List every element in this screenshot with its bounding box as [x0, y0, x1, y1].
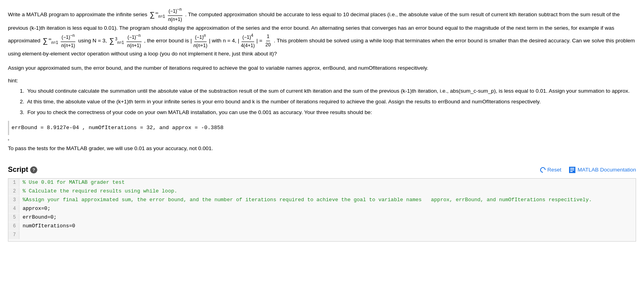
matlab-documentation-button[interactable]: MATLAB Documentation: [569, 167, 636, 173]
sum-approx-formula: ∑∞n=1 (−1)−n n(n+1): [42, 38, 79, 44]
code-line-1: 1 % Use 0.01 for MATLAB grader test: [8, 179, 636, 187]
line-content-4: approx=0;: [19, 205, 50, 213]
script-title: Script: [8, 164, 28, 175]
abs-term-formula: | (−1)n n(n+1) |: [190, 38, 212, 44]
line-num-1: 1: [8, 179, 19, 187]
line-content-3: %Assign your final approximated sum, the…: [19, 196, 592, 204]
reset-button[interactable]: Reset: [540, 167, 561, 173]
reset-label: Reset: [547, 167, 561, 173]
code-line-6: 6 numOfIterations=0: [8, 222, 636, 231]
hint-item-3: 3. For you to check the correctness of y…: [20, 109, 636, 117]
fraction-result: 1 20: [264, 38, 274, 44]
code-line-4: 4 approx=0;: [8, 205, 636, 213]
line-content-1: % Use 0.01 for MATLAB grader test: [19, 179, 125, 187]
svg-rect-1: [570, 168, 574, 169]
intro-text: Write a MATLAB program to approximate th…: [8, 11, 147, 17]
line-num-6: 6: [8, 222, 19, 230]
problem-description: Write a MATLAB program to approximate th…: [8, 6, 636, 59]
line-num-7: 7: [8, 231, 19, 239]
svg-rect-2: [570, 170, 574, 170]
hint-label: hint:: [8, 77, 636, 85]
script-actions: Reset MATLAB Documentation: [540, 167, 636, 173]
hint-item-1: 1. You should continute calculate the su…: [20, 87, 636, 95]
abs-val-result: | (−1)4 4(4+1) |: [238, 38, 259, 44]
line-num-3: 3: [8, 196, 19, 204]
help-icon[interactable]: ?: [30, 166, 37, 173]
line-num-5: 5: [8, 213, 19, 221]
line-num-2: 2: [8, 187, 19, 195]
assign-text: Assign your approximated sum, the error …: [8, 64, 636, 72]
line-content-2: % Calculate the required results using w…: [19, 187, 177, 196]
svg-rect-3: [570, 171, 573, 172]
cursor-line: [8, 139, 636, 141]
with-n4-text: with n = 4,: [212, 38, 238, 44]
code-editor[interactable]: 1 % Use 0.01 for MATLAB grader test 2 % …: [8, 178, 636, 242]
script-header: Script ? Reset MATLAB Documentation: [8, 164, 636, 175]
code-line-5: 5 errBound=0;: [8, 213, 636, 222]
results-block: errBound = 8.9127e-04 , numOfIterations …: [8, 121, 636, 135]
line-content-6: numOfIterations=0: [19, 222, 75, 231]
using-n3: using N = 3,: [78, 38, 108, 44]
series-formula: ∑∞n=1 (−1)−n n(n+1): [149, 11, 185, 17]
doc-icon: [569, 167, 575, 173]
reset-icon: [539, 166, 547, 174]
partial-sum-formula: ∑3n=1 (−1)−n n(n+1): [108, 38, 144, 44]
equals-text: =: [259, 38, 264, 44]
line-content-5: errBound=0;: [19, 213, 57, 222]
code-line-3: 3 %Assign your final approximated sum, t…: [8, 196, 636, 205]
script-title-group: Script ?: [8, 164, 37, 175]
line-num-4: 4: [8, 205, 19, 213]
hint-list: 1. You should continute calculate the su…: [8, 87, 636, 117]
script-section: Script ? Reset MATLAB Documentation 1 %: [8, 164, 636, 242]
hint-item-2: 2. At this time, the absolute value of t…: [20, 98, 636, 106]
error-bound-intro: , the error bound is: [144, 38, 190, 44]
code-line-2: 2 % Calculate the required results using…: [8, 187, 636, 196]
matlab-doc-label: MATLAB Documentation: [577, 167, 636, 173]
pass-text: To pass the tests for the MATLAB grader,…: [8, 145, 636, 152]
code-line-7: 7: [8, 231, 636, 240]
